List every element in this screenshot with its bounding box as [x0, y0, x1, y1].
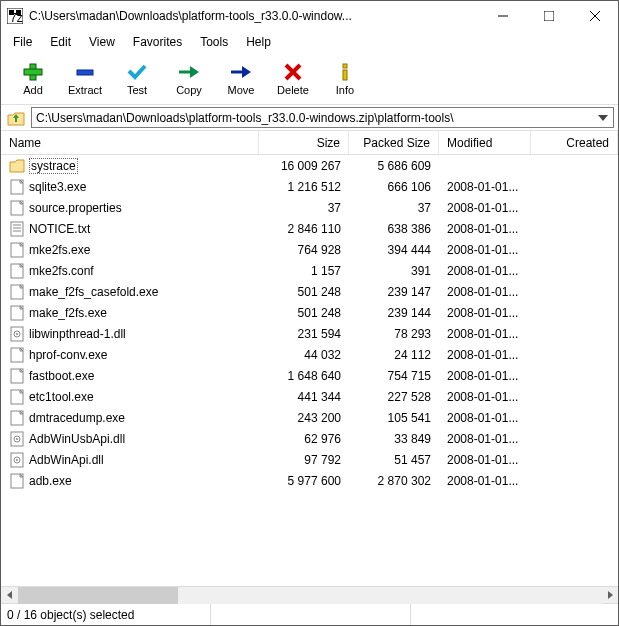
table-row[interactable]: AdbWinUsbApi.dll62 97633 8492008-01-01..… [1, 428, 618, 449]
table-row[interactable]: mke2fs.exe764 928394 4442008-01-01... [1, 239, 618, 260]
copy-button[interactable]: Copy [163, 55, 215, 103]
file-packed: 5 686 609 [349, 159, 439, 173]
column-name[interactable]: Name [1, 131, 259, 154]
menu-help[interactable]: Help [238, 33, 279, 51]
file-modified: 2008-01-01... [439, 327, 531, 341]
table-row[interactable]: fastboot.exe1 648 640754 7152008-01-01..… [1, 365, 618, 386]
titlebar[interactable]: 7z C:\Users\madan\Downloads\platform-too… [1, 1, 618, 31]
file-size: 1 157 [259, 264, 349, 278]
file-size: 243 200 [259, 411, 349, 425]
svg-rect-9 [24, 69, 42, 75]
statusbar: 0 / 16 object(s) selected [1, 603, 618, 625]
txt-icon [9, 221, 25, 237]
file-name: make_f2fs.exe [29, 306, 107, 320]
x-icon [281, 62, 305, 82]
menu-tools[interactable]: Tools [192, 33, 236, 51]
close-button[interactable] [572, 1, 618, 31]
table-row[interactable]: make_f2fs.exe501 248239 1442008-01-01... [1, 302, 618, 323]
scroll-right-button[interactable] [601, 587, 618, 604]
column-packed[interactable]: Packed Size [349, 131, 439, 154]
file-size: 2 846 110 [259, 222, 349, 236]
file-packed: 51 457 [349, 453, 439, 467]
menu-view[interactable]: View [81, 33, 123, 51]
scroll-left-button[interactable] [1, 587, 18, 604]
file-size: 16 009 267 [259, 159, 349, 173]
table-row[interactable]: NOTICE.txt2 846 110638 3862008-01-01... [1, 218, 618, 239]
delete-button[interactable]: Delete [267, 55, 319, 103]
file-name: NOTICE.txt [29, 222, 90, 236]
svg-point-52 [16, 438, 18, 440]
file-size: 1 216 512 [259, 180, 349, 194]
svg-rect-5 [544, 11, 554, 21]
menu-favorites[interactable]: Favorites [125, 33, 190, 51]
table-row[interactable]: etc1tool.exe441 344227 5282008-01-01... [1, 386, 618, 407]
file-packed: 638 386 [349, 222, 439, 236]
column-size[interactable]: Size [259, 131, 349, 154]
file-size: 5 977 600 [259, 474, 349, 488]
folder-icon [9, 158, 25, 174]
table-row[interactable]: dmtracedump.exe243 200105 5412008-01-01.… [1, 407, 618, 428]
menubar: File Edit View Favorites Tools Help [1, 31, 618, 53]
exe-icon [9, 284, 25, 300]
exe-icon [9, 410, 25, 426]
status-selection: 0 / 16 object(s) selected [1, 604, 211, 625]
minus-icon [73, 62, 97, 82]
info-button[interactable]: Info [319, 55, 371, 103]
move-button[interactable]: Move [215, 55, 267, 103]
menu-file[interactable]: File [5, 33, 40, 51]
path-input[interactable]: C:\Users\madan\Downloads\platform-tools_… [31, 107, 614, 128]
maximize-button[interactable] [526, 1, 572, 31]
table-row[interactable]: adb.exe5 977 6002 870 3022008-01-01... [1, 470, 618, 491]
svg-marker-21 [598, 115, 608, 121]
file-size: 1 648 640 [259, 369, 349, 383]
file-name: etc1tool.exe [29, 390, 94, 404]
scroll-thumb[interactable] [18, 587, 178, 604]
file-name: mke2fs.exe [29, 243, 90, 257]
exe-icon [9, 305, 25, 321]
minimize-button[interactable] [480, 1, 526, 31]
path-text: C:\Users\madan\Downloads\platform-tools_… [36, 111, 454, 125]
path-dropdown-icon[interactable] [595, 108, 611, 127]
add-button[interactable]: Add [7, 55, 59, 103]
file-name: adb.exe [29, 474, 72, 488]
table-row[interactable]: systrace16 009 2675 686 609 [1, 155, 618, 176]
file-modified: 2008-01-01... [439, 285, 531, 299]
menu-edit[interactable]: Edit [42, 33, 79, 51]
file-modified: 2008-01-01... [439, 222, 531, 236]
file-packed: 394 444 [349, 243, 439, 257]
column-created[interactable]: Created [531, 131, 618, 154]
dll-icon [9, 431, 25, 447]
toolbar: Add Extract Test Copy Move Delete Info [1, 53, 618, 105]
file-packed: 227 528 [349, 390, 439, 404]
column-modified[interactable]: Modified [439, 131, 531, 154]
svg-rect-17 [343, 64, 347, 68]
table-row[interactable]: source.properties37372008-01-01... [1, 197, 618, 218]
file-modified: 2008-01-01... [439, 264, 531, 278]
file-size: 764 928 [259, 243, 349, 257]
address-bar: C:\Users\madan\Downloads\platform-tools_… [1, 105, 618, 131]
extract-button[interactable]: Extract [59, 55, 111, 103]
table-row[interactable]: AdbWinApi.dll97 79251 4572008-01-01... [1, 449, 618, 470]
exe-icon [9, 179, 25, 195]
file-name: AdbWinApi.dll [29, 453, 104, 467]
table-row[interactable]: mke2fs.conf1 1573912008-01-01... [1, 260, 618, 281]
exe-icon [9, 368, 25, 384]
file-packed: 391 [349, 264, 439, 278]
up-folder-button[interactable] [5, 107, 27, 129]
scroll-track[interactable] [18, 587, 601, 604]
test-button[interactable]: Test [111, 55, 163, 103]
table-row[interactable]: libwinpthread-1.dll231 59478 2932008-01-… [1, 323, 618, 344]
horizontal-scrollbar[interactable] [1, 586, 618, 603]
table-row[interactable]: make_f2fs_casefold.exe501 248239 1472008… [1, 281, 618, 302]
file-name: hprof-conv.exe [29, 348, 108, 362]
exe-icon [9, 347, 25, 363]
file-name: make_f2fs_casefold.exe [29, 285, 158, 299]
file-size: 37 [259, 201, 349, 215]
file-modified: 2008-01-01... [439, 390, 531, 404]
copy-arrow-icon [177, 62, 201, 82]
file-modified: 2008-01-01... [439, 411, 531, 425]
app-icon: 7z [7, 8, 23, 24]
table-row[interactable]: sqlite3.exe1 216 512666 1062008-01-01... [1, 176, 618, 197]
table-row[interactable]: hprof-conv.exe44 03224 1122008-01-01... [1, 344, 618, 365]
svg-rect-27 [11, 222, 23, 236]
